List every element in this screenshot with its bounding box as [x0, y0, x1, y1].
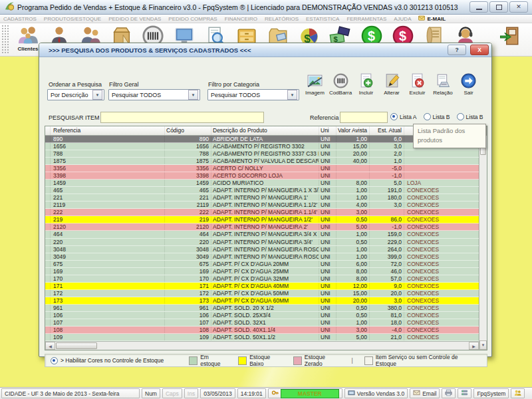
menu-bar: CADASTROSPRODUTOS/ESTOQUEPEDIDO DE VENDA…: [0, 15, 532, 23]
cell-descricao: ACIDO MURIATICO: [211, 180, 319, 186]
cell-descricao: ADAPT. P/ CX D'AGUA 32MM: [211, 275, 319, 282]
table-body: 890890ABRIDOR DE LATAUNI1,006,016561656A…: [45, 136, 479, 341]
exit-icon: [498, 25, 521, 47]
table-row[interactable]: 222222ADAPT. INTERNO P/ MANGUEIRA 1.1/4'…: [45, 209, 479, 216]
list-radio-0[interactable]: Lista A: [390, 113, 417, 120]
status-email-button[interactable]: Email: [410, 388, 440, 398]
add-document-icon: [358, 72, 374, 89]
toolbar-clientes[interactable]: Clientes: [15, 25, 41, 52]
table-row[interactable]: 21202120ADAPT. INTERNO P/ MANGUEIRA 2'UN…: [45, 223, 479, 231]
dialog-help-button[interactable]: ?: [448, 45, 466, 55]
table-row[interactable]: 14591459ACIDO MURIATICOUNI8,005,0LOJA: [45, 180, 479, 187]
table-row[interactable]: 220220ADAPT. INTERNO P/ MANGUEIRA 3/4'UN…: [45, 239, 479, 246]
table-row[interactable]: 33563356ACERTO C/ NOLLYUNI-5,0: [45, 165, 479, 172]
menu-item-cadastros[interactable]: CADASTROS: [3, 16, 37, 22]
scroll-right-icon[interactable]: ▶: [469, 342, 479, 350]
table-row[interactable]: 30493049ADAPT. INTERNO P/ MANGUEIRA ROSC…: [45, 253, 479, 261]
cell-uni: UNI: [319, 165, 336, 172]
cell-referencia: 1656: [51, 143, 165, 150]
table-row[interactable]: 788788ACABAMENTO P/ REGISTRO 3337 C33 IC…: [45, 150, 479, 158]
general-filter-select[interactable]: Pesquisar TODOS ▼: [108, 89, 200, 100]
status-network-button[interactable]: [458, 388, 471, 398]
minimize-button[interactable]: [469, 1, 488, 13]
menu-item-relat-rios[interactable]: RELATÓRIOS: [265, 16, 299, 22]
cell-selector: [45, 216, 51, 223]
restore-icon: [496, 5, 502, 10]
horizontal-scrollbar[interactable]: ◀ ▶: [45, 341, 479, 350]
column-header-3[interactable]: Descrição do Produto: [211, 126, 319, 135]
column-header-6[interactable]: Est. Atual: [370, 126, 404, 135]
cell-categoria: CONEXOES: [404, 253, 479, 260]
cell-uni: UNI: [319, 239, 336, 245]
column-header-4[interactable]: Uni: [319, 126, 336, 135]
reference-input[interactable]: [340, 112, 388, 123]
table-row[interactable]: 107107ADAPT. SOLD. 32X1UNI1,0018,0CONEXO…: [45, 319, 479, 327]
table-row[interactable]: 221221ADAPT. INTERNO P/ MANGUEIRA 1'UNI1…: [45, 194, 479, 201]
table-row[interactable]: 108108ADAPT. SOLD. 40X1.1/4UNI3,00-4,0CO…: [45, 327, 479, 334]
table-row[interactable]: 109109ADAPT. SOLD. 50X1.1/2UNI5,0021,0CO…: [45, 334, 479, 341]
table-row[interactable]: 675675ADAPT. P/ CX D'AGUA 20MMUNI6,0072,…: [45, 261, 479, 268]
cell-selector: [45, 327, 51, 333]
codbarra-button[interactable]: CodBarra: [329, 72, 353, 96]
excluir-button[interactable]: Excluir: [405, 72, 430, 96]
dialog-close-button[interactable]: X: [470, 45, 489, 55]
cell-estoque: 86,0: [370, 216, 404, 223]
imagem-button[interactable]: Imagem: [303, 72, 327, 96]
enable-colors-toggle[interactable]: > Habilitar Cores no Controle de Estoque: [51, 357, 189, 364]
sair-button[interactable]: Sair: [456, 72, 481, 96]
table-row[interactable]: 21192119ADAPT. INTERNO P/ MANGUEIRA 1.1/…: [45, 201, 479, 209]
table-row[interactable]: 106106ADAPT. SOLD. 25X3/4UNI0,5081,0CONE…: [45, 312, 479, 319]
status-users-button[interactable]: [511, 388, 525, 398]
menu-item-estatistica[interactable]: ESTATISTICA: [306, 16, 339, 22]
sort-filter-select[interactable]: Por Descrição ▼: [47, 89, 104, 100]
table-row[interactable]: 465465ADAPT. INTERNO P/ MANGUEIRA 1 X 3/…: [45, 187, 479, 194]
scroll-left-icon[interactable]: ◀: [45, 342, 55, 350]
vertical-scrollbar[interactable]: ▲ ▼: [479, 126, 487, 350]
restore-button[interactable]: [489, 1, 508, 13]
menu-item-ferramentas[interactable]: FERRAMENTAS: [346, 16, 386, 22]
status-print-button[interactable]: [442, 388, 456, 398]
column-header-1[interactable]: Referencia: [51, 126, 165, 135]
cell-uni: UNI: [319, 305, 336, 311]
menu-item-email[interactable]: E-MAIL: [418, 15, 446, 23]
toolbar-sair[interactable]: [496, 25, 523, 47]
menu-item-ajuda[interactable]: AJUDA: [394, 16, 411, 22]
horizontal-scroll-thumb[interactable]: [56, 342, 97, 349]
alterar-button[interactable]: Alterar: [380, 72, 404, 96]
table-row[interactable]: 18751875ACABAMENTO P/ VALVULA DE DESCARG…: [45, 158, 479, 165]
cell-estoque: -1,0: [370, 223, 404, 230]
search-item-input[interactable]: [100, 112, 264, 123]
table-row[interactable]: 219219ADAPT. INTERNO P/ MANGUEIRA 1/2'UN…: [45, 216, 479, 223]
table-row[interactable]: 33983398ACERTO SOCORRO LOJAUNI-1,0: [45, 172, 479, 180]
table-row[interactable]: 961961ADAPT. SOLD. 20 X 1/2UNI0,50380,0C…: [45, 305, 479, 312]
table-row[interactable]: 170170ADAPT. P/ CX D'AGUA 32MMUNI8,0057,…: [45, 275, 479, 283]
table-row[interactable]: 172172ADAPT. P/ CX D'AGUA 50MMUNI15,0020…: [45, 290, 479, 297]
cell-selector: [45, 187, 51, 194]
cell-uni: UNI: [319, 290, 336, 297]
cell-categoria: CONEXOES: [404, 334, 479, 340]
close-button[interactable]: ✕: [509, 1, 528, 13]
column-header-5[interactable]: Valor Avista: [336, 126, 370, 135]
table-row[interactable]: 169169ADAPT. P/ CX D'AGUA 25MMUNI8,0046,…: [45, 268, 479, 275]
menu-item-financeiro[interactable]: FINANCEIRO: [225, 16, 257, 22]
rela-o-button[interactable]: Relação: [431, 72, 456, 96]
table-row[interactable]: 30483048ADAPT. INTERNO P/ MANGUEIRA ROSC…: [45, 246, 479, 253]
cell-descricao: ADAPT. INTERNO P/ MANGUEIRA 3/4 X 1/2': [211, 231, 319, 237]
table-row[interactable]: 173173ADAPT. P/ CX D'AGUA 60MMUNI20,003,…: [45, 297, 479, 305]
list-radio-1[interactable]: Lista B: [424, 113, 450, 120]
category-filter-select[interactable]: Pesquisar TODOS ▼: [207, 89, 299, 100]
cell-estoque: 9,0: [370, 283, 404, 289]
list-radio-label: Lista B: [466, 114, 483, 120]
table-row[interactable]: 171171ADAPT. P/ CX D'AGUA 40MMUNI12,009,…: [45, 283, 479, 290]
dialog-titlebar[interactable]: >>> PESQUISA DOS PRODUTOS & SERVIÇOS CAD…: [39, 43, 491, 57]
menu-item-pedido-de-vendas[interactable]: PEDIDO DE VENDAS: [108, 16, 161, 22]
column-header-2[interactable]: Código: [165, 126, 211, 135]
incluir-button[interactable]: Incluir: [354, 72, 378, 96]
list-radio-2[interactable]: Lista B: [457, 113, 483, 120]
column-header-0[interactable]: [45, 126, 51, 135]
tools-icon: [348, 389, 355, 398]
scroll-down-icon[interactable]: ▼: [479, 340, 487, 350]
menu-item-produtos-estoque[interactable]: PRODUTOS/ESTOQUE: [44, 16, 101, 22]
table-row[interactable]: 464464ADAPT. INTERNO P/ MANGUEIRA 3/4 X …: [45, 231, 479, 238]
menu-item-pedido-compras[interactable]: PEDIDO COMPRAS: [168, 16, 217, 22]
